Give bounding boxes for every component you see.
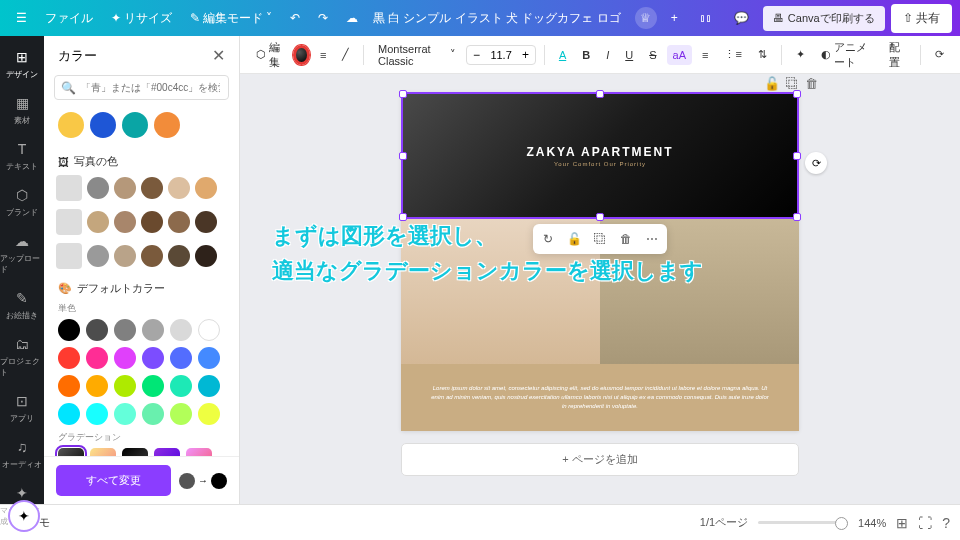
rail-soundraw[interactable]: SSoundraw <box>0 535 44 540</box>
spacing-button[interactable]: ⇅ <box>752 44 773 65</box>
border-weight-button[interactable]: ╱ <box>336 44 355 65</box>
duplicate-icon[interactable]: ⿻ <box>786 76 799 91</box>
color-swatch[interactable] <box>195 177 217 199</box>
strike-button[interactable]: S <box>643 45 662 65</box>
color-search-input[interactable] <box>54 75 229 100</box>
photo-thumb[interactable] <box>56 175 82 201</box>
color-swatch[interactable] <box>141 245 163 267</box>
bold-button[interactable]: B <box>576 45 596 65</box>
redo-button[interactable]: ↷ <box>310 6 336 30</box>
text-color-button[interactable]: A <box>553 45 572 65</box>
fill-color-chip[interactable] <box>293 45 310 65</box>
cloud-sync-icon[interactable]: ☁ <box>338 6 366 30</box>
align-button[interactable]: ≡ <box>696 45 714 65</box>
color-swatch[interactable] <box>114 403 136 425</box>
color-swatch[interactable] <box>114 211 136 233</box>
chart-icon[interactable]: ⫾⫾ <box>692 6 720 30</box>
canvas-viewport[interactable]: 🔓 ⿻ 🗑 ZAKY <box>240 74 960 504</box>
photo-thumb[interactable] <box>56 209 82 235</box>
lock-icon[interactable]: 🔓 <box>764 76 780 91</box>
color-swatch[interactable] <box>198 375 220 397</box>
crown-icon[interactable]: ♕ <box>635 7 657 29</box>
plus-button[interactable]: + <box>663 6 686 30</box>
color-swatch[interactable] <box>198 319 220 341</box>
color-swatch[interactable] <box>142 347 164 369</box>
fullscreen-icon[interactable]: ⛶ <box>918 515 932 531</box>
lorem-text[interactable]: Lorem ipsum dolor sit amet, consectetur … <box>401 364 799 431</box>
color-swatch[interactable] <box>168 245 190 267</box>
color-swatch[interactable] <box>58 112 84 138</box>
rail-素材[interactable]: ▦素材 <box>0 88 44 132</box>
color-swatch[interactable] <box>142 403 164 425</box>
color-swatch[interactable] <box>170 375 192 397</box>
color-swatch[interactable] <box>114 177 136 199</box>
rail-オーディオ[interactable]: ♫オーディオ <box>0 432 44 476</box>
effects-button[interactable]: ✦ <box>790 44 811 65</box>
edit-shape-button[interactable]: ⬡ 編集 <box>250 36 289 74</box>
color-swatch[interactable] <box>87 245 109 267</box>
color-swatch[interactable] <box>58 403 80 425</box>
print-canva-button[interactable]: 🖶 Canvaで印刷する <box>763 6 885 31</box>
color-swatch[interactable] <box>90 112 116 138</box>
color-swatch[interactable] <box>141 177 163 199</box>
size-input[interactable] <box>486 49 516 61</box>
file-menu[interactable]: ファイル <box>37 5 101 32</box>
color-swatch[interactable] <box>195 211 217 233</box>
color-swatch[interactable] <box>86 375 108 397</box>
color-swatch[interactable] <box>86 403 108 425</box>
rail-ブランド[interactable]: ⬡ブランド <box>0 180 44 224</box>
font-size-stepper[interactable]: − + <box>466 45 536 65</box>
rail-プロジェクト[interactable]: 🗂プロジェクト <box>0 329 44 384</box>
border-style-button[interactable]: ≡ <box>314 45 332 65</box>
undo-button[interactable]: ↶ <box>282 6 308 30</box>
rail-アプリ[interactable]: ⊡アプリ <box>0 386 44 430</box>
underline-button[interactable]: U <box>619 45 639 65</box>
rail-テキスト[interactable]: Tテキスト <box>0 134 44 178</box>
color-swatch[interactable] <box>87 211 109 233</box>
change-all-button[interactable]: すべて変更 <box>56 465 171 496</box>
color-swatch[interactable] <box>142 319 164 341</box>
color-swatch[interactable] <box>170 347 192 369</box>
color-swatch[interactable] <box>86 319 108 341</box>
help-icon[interactable]: ? <box>942 515 950 531</box>
color-swatch[interactable] <box>198 403 220 425</box>
size-plus[interactable]: + <box>516 46 535 64</box>
grid-view-icon[interactable]: ⊞ <box>896 515 908 531</box>
rail-デザイン[interactable]: ⊞デザイン <box>0 42 44 86</box>
italic-button[interactable]: I <box>600 45 615 65</box>
case-button[interactable]: aA <box>667 45 692 65</box>
magic-fab[interactable]: ✦ <box>8 500 40 532</box>
color-swatch[interactable] <box>195 245 217 267</box>
sync-icon[interactable]: ↻ <box>537 228 559 250</box>
edit-mode-menu[interactable]: ✎ 編集モード ˅ <box>182 5 280 32</box>
zoom-level[interactable]: 144% <box>858 517 886 529</box>
color-swatch[interactable] <box>86 347 108 369</box>
color-swatch[interactable] <box>168 211 190 233</box>
page-counter[interactable]: 1/1ページ <box>700 515 748 530</box>
photo-thumb[interactable] <box>56 243 82 269</box>
size-minus[interactable]: − <box>467 46 486 64</box>
duplicate-element-icon[interactable]: ⿻ <box>589 228 611 250</box>
color-swatch[interactable] <box>141 211 163 233</box>
delete-element-icon[interactable]: 🗑 <box>615 228 637 250</box>
color-swatch[interactable] <box>114 375 136 397</box>
position-button[interactable]: 配置 <box>883 36 912 74</box>
list-button[interactable]: ⋮≡ <box>718 44 747 65</box>
doc-name[interactable]: 黒 白 シンプル イラスト 犬 ドッグカフェ ロゴ <box>373 10 621 27</box>
transparency-button[interactable]: ⟳ <box>929 44 950 65</box>
rotate-handle[interactable]: ⟳ <box>805 152 827 174</box>
document-page[interactable]: ZAKYA APARTMENT Your Comfort Our Priorit… <box>401 92 799 431</box>
color-swatch[interactable] <box>58 319 80 341</box>
color-swatch[interactable] <box>198 347 220 369</box>
animate-button[interactable]: ◐ アニメート <box>815 36 880 74</box>
color-swatch[interactable] <box>122 112 148 138</box>
color-swatch[interactable] <box>142 375 164 397</box>
color-swatch[interactable] <box>114 245 136 267</box>
resize-menu[interactable]: ✦ リサイズ <box>103 5 180 32</box>
font-select[interactable]: Montserrat Classic ˅ <box>372 40 462 70</box>
rail-お絵描き[interactable]: ✎お絵描き <box>0 283 44 327</box>
color-swatch[interactable] <box>58 347 80 369</box>
share-button[interactable]: ⇧ 共有 <box>891 4 952 33</box>
color-swatch[interactable] <box>58 375 80 397</box>
color-swatch[interactable] <box>114 347 136 369</box>
